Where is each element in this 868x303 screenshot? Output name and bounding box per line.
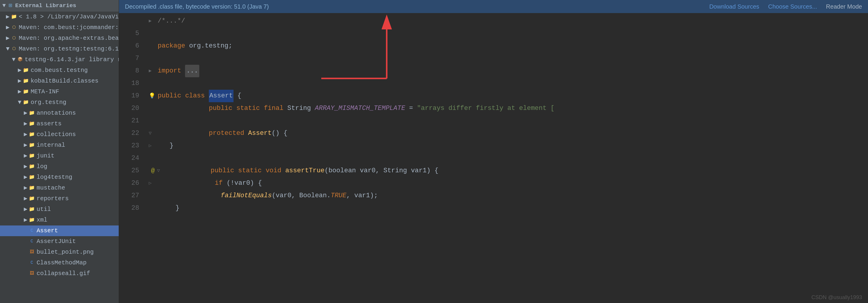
- sidebar-item-annotations[interactable]: ▶ 📁 annotations: [0, 108, 119, 119]
- item-label: AssertJUnit: [37, 237, 76, 246]
- item-label: internal: [37, 141, 65, 150]
- sidebar-item-org-testng[interactable]: ▼ 📁 org.testng: [0, 97, 119, 108]
- info-message: Decompiled .class file, bytecode version…: [125, 3, 269, 10]
- sidebar-item-kobalt[interactable]: ▶ 📁 kobaltBuild.classes: [0, 76, 119, 87]
- sidebar-item-log4testng[interactable]: ▶ 📁 log4testng: [0, 172, 119, 183]
- sidebar-item-jcommander[interactable]: ▶ ⬡ Maven: com.beust:jcommander:1.72: [0, 22, 119, 33]
- sidebar-item-log[interactable]: ▶ 📁 log: [0, 161, 119, 172]
- sidebar-item-com-beust[interactable]: ▶ 📁 com.beust.testng: [0, 65, 119, 76]
- sidebar-item-internal[interactable]: ▶ 📁 internal: [0, 140, 119, 150]
- item-label: asserts: [37, 120, 62, 128]
- sidebar-item-xml[interactable]: ▶ 📁 xml: [0, 215, 119, 226]
- sidebar-item-testng[interactable]: ▼ ⬡ Maven: org.testng:testng:6.14.3: [0, 44, 119, 54]
- item-label: xml: [37, 216, 47, 225]
- sidebar-title: External Libraries: [15, 1, 76, 10]
- code-line-8: ▶ import ...: [149, 65, 868, 77]
- folder-icon: 📁: [23, 89, 29, 95]
- item-label: ClassMethodMap: [37, 259, 87, 267]
- arrow-icon: ▼: [2, 1, 7, 10]
- sidebar-item-mustache[interactable]: ▶ 📁 mustache: [0, 183, 119, 193]
- folder-icon: 📁: [29, 185, 35, 191]
- code-area: ▶ /*...*/ package org.testng; ▶ import .…: [143, 13, 868, 303]
- sidebar-item-asserts[interactable]: ▶ 📁 asserts: [0, 119, 119, 129]
- item-label: < 1.8 > /Library/Java/JavaVirtualMachine…: [19, 12, 119, 22]
- image-icon: 🖼: [29, 249, 35, 256]
- item-label: util: [37, 205, 51, 214]
- editor: 5 6 7 8 18 19 20 21 22 23 24 25 26 27 28…: [119, 13, 868, 303]
- jar-icon: 📦: [17, 57, 23, 63]
- item-label: Maven: org.apache-extras.beanshell:bsh:2…: [19, 34, 119, 43]
- sidebar-item-collapseall[interactable]: 🖼 collapseall.gif: [0, 268, 119, 279]
- item-label: Maven: org.testng:testng:6.14.3: [19, 44, 119, 54]
- download-sources-link[interactable]: Download Sources: [709, 3, 759, 10]
- expand-icon[interactable]: ▶: [149, 65, 157, 77]
- sidebar-item-bullet-png[interactable]: 🖼 bullet_point.png: [0, 247, 119, 258]
- class-icon: C: [29, 228, 35, 234]
- folder-icon: 📁: [29, 121, 35, 127]
- choose-sources-link[interactable]: Choose Sources...: [768, 3, 817, 10]
- main-area: Decompiled .class file, bytecode version…: [119, 0, 868, 303]
- code-line-5: [149, 27, 868, 40]
- fold-icon[interactable]: ▷: [149, 140, 157, 152]
- fold-icon[interactable]: ▽: [149, 127, 157, 140]
- reader-mode-label: Reader Mode: [826, 3, 862, 10]
- maven-icon: ⬡: [11, 46, 17, 52]
- bulb-icon[interactable]: 💡: [149, 90, 157, 102]
- lib-root-icon: ⊞: [7, 2, 14, 9]
- sidebar-item-collections[interactable]: ▶ 📁 collections: [0, 129, 119, 140]
- code-line-20: public static final String ARRAY_MISMATC…: [149, 102, 868, 115]
- maven-icon: ⬡: [11, 35, 17, 42]
- item-label: log4testng: [37, 173, 72, 182]
- item-label: com.beust.testng: [31, 66, 88, 75]
- folder-icon: 📁: [23, 67, 29, 74]
- fold-icon[interactable]: ▷: [149, 177, 157, 190]
- sidebar-item-jdk[interactable]: ▶ 📁 < 1.8 > /Library/Java/JavaVirtualMac…: [0, 11, 119, 22]
- item-label: Maven: com.beust:jcommander:1.72: [19, 23, 119, 32]
- item-label: testng-6.14.3.jar library root: [25, 55, 119, 64]
- folder-icon: 📁: [29, 153, 35, 159]
- item-label: kobaltBuild.classes: [31, 77, 98, 86]
- sidebar-header: ▼ ⊞ External Libraries: [0, 0, 119, 11]
- sidebar-item-junit[interactable]: ▶ 📁 junit: [0, 150, 119, 161]
- folder-icon: 📁: [29, 142, 35, 148]
- folder-icon: 📁: [23, 99, 29, 106]
- sidebar-item-assert-class[interactable]: C Assert: [0, 226, 119, 236]
- item-label: log: [37, 162, 47, 171]
- sidebar-item-meta-inf[interactable]: ▶ 📁 META-INF: [0, 87, 119, 97]
- code-line-27: failNotEquals(var0, Boolean.TRUE, var1);: [149, 190, 868, 202]
- sidebar-item-beanshell[interactable]: ▶ ⬡ Maven: org.apache-extras.beanshell:b…: [0, 33, 119, 44]
- folder-icon: 📁: [29, 174, 35, 180]
- info-actions: Download Sources Choose Sources... Reade…: [709, 3, 862, 10]
- watermark: CSDN @usually1993: [811, 294, 862, 301]
- code-line-22: ▽ protected Assert() {: [149, 127, 868, 140]
- gif-icon: 🖼: [29, 270, 35, 277]
- item-label: annotations: [37, 109, 76, 117]
- item-label: org.testng: [31, 98, 66, 107]
- item-label: reporters: [37, 194, 69, 203]
- sidebar-item-classmethodmap[interactable]: C ClassMethodMap: [0, 258, 119, 268]
- folder-icon: 📁: [29, 196, 35, 202]
- folder-icon: 📁: [23, 78, 29, 85]
- sidebar-item-testng-jar[interactable]: ▼ 📦 testng-6.14.3.jar library root: [0, 54, 119, 65]
- item-label: Assert: [37, 226, 58, 235]
- item-label: META-INF: [31, 87, 59, 96]
- line-numbers: 5 6 7 8 18 19 20 21 22 23 24 25 26 27 28: [119, 13, 143, 303]
- sidebar-item-assert-junit[interactable]: C AssertJUnit: [0, 236, 119, 247]
- item-label: bullet_point.png: [37, 248, 94, 257]
- item-label: collections: [37, 130, 76, 139]
- expand-icon[interactable]: ▶: [149, 15, 157, 27]
- folder-icon: 📁: [29, 217, 35, 224]
- code-line-18: [149, 77, 868, 90]
- sidebar-item-reporters[interactable]: ▶ 📁 reporters: [0, 193, 119, 204]
- folder-icon: 📁: [11, 14, 17, 20]
- item-label: junit: [37, 152, 55, 160]
- info-bar: Decompiled .class file, bytecode version…: [119, 0, 868, 13]
- sidebar-item-util[interactable]: ▶ 📁 util: [0, 204, 119, 215]
- folder-icon: 📁: [29, 163, 35, 170]
- code-line-7: [149, 52, 868, 65]
- sidebar: ▼ ⊞ External Libraries ▶ 📁 < 1.8 > /Libr…: [0, 0, 119, 303]
- folder-icon: 📁: [29, 206, 35, 213]
- code-line-6: package org.testng;: [149, 40, 868, 52]
- folder-icon: 📁: [29, 110, 35, 116]
- folder-icon: 📁: [29, 131, 35, 138]
